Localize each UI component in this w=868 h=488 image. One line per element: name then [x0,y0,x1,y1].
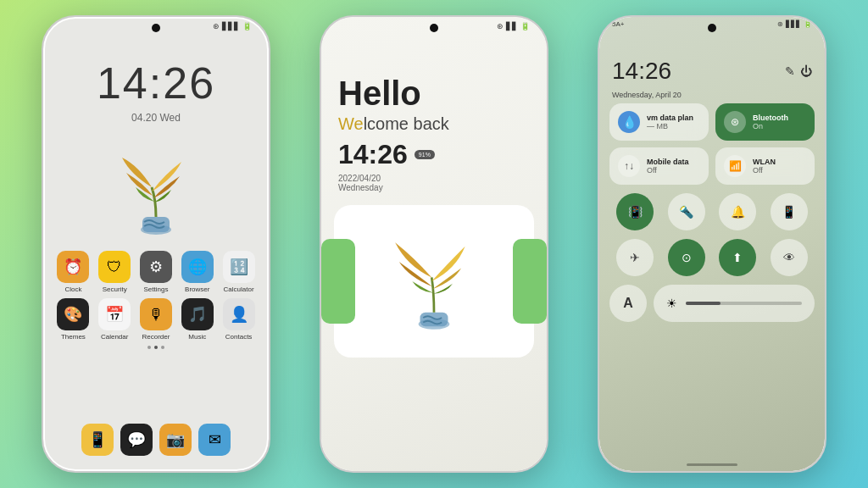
tile-mobile-data[interactable]: ↑↓ Mobile data Off [609,147,709,185]
tile-data-plan[interactable]: 💧 vm data plan — MB [609,103,709,141]
signal-icon: ▋▋▋ [222,22,240,30]
bluetooth-icon-2: ⊛ [497,22,504,30]
brightness-fill [686,302,721,305]
app-browser[interactable]: 🌐 Browser [180,251,214,293]
widget-day: Wednesday [321,183,547,192]
flashlight-button[interactable]: 🔦 [668,193,705,230]
mobile-data-icon: ↑↓ [618,155,640,177]
app-browser-label: Browser [185,286,209,293]
tile-wlan-label: WLAN [753,158,776,166]
tile-bluetooth-label: Bluetooth [753,114,788,122]
app-themes-label: Themes [61,333,86,341]
bluetooth-ctrl-icon: ⊛ [724,111,746,133]
widget-date: 2022/04/20 [321,174,547,183]
status-icons-2: ⊛ ▋▋ 🔋 [497,22,530,30]
dot3 [161,346,164,349]
location-button[interactable]: ⬆ [719,239,756,276]
hello-text: Hello [321,32,547,112]
app-clock-label: Clock [64,286,81,293]
ctrl-grid[interactable]: 💧 vm data plan — MB ⊛ Bluetooth On ↑↓ Mo… [599,99,825,189]
home-indicator[interactable] [687,463,737,466]
recorder-app-icon: 🎙 [148,306,164,324]
lock-clock: 14:26 [43,58,269,108]
dot2 [154,346,158,349]
time-row: 14:26 91% [321,136,547,174]
app-contacts[interactable]: 👤 Contacts [221,298,256,341]
welcome-we: We [338,114,364,133]
dot1 [147,346,151,349]
tile-data-label: vm data plan [647,114,693,122]
bottom-app2[interactable]: 💬 [120,424,153,456]
eye-button[interactable]: 👁 [771,239,808,276]
settings-app-icon: ⚙ [149,258,163,276]
camera-notch-2 [430,24,438,32]
tile-bluetooth[interactable]: ⊛ Bluetooth On [715,103,815,141]
app-recorder-label: Recorder [142,333,170,341]
tile-bluetooth-sub: On [753,122,788,130]
contacts-app-icon: 👤 [230,305,248,324]
ctrl-bottom: A ☀ [599,280,825,326]
bottom-bar: 📱 💬 📷 ✉ [43,417,269,463]
ctrl-top-row: 14:26 ✎ ⏻ [599,28,825,89]
tile-mobile-label: Mobile data [647,158,689,166]
app-settings[interactable]: ⚙ Settings [139,251,174,293]
screenshot-button[interactable]: 📱 [771,193,808,230]
battery-icon: 🔋 [242,22,252,30]
wlan-icon: 📶 [724,155,746,177]
app-recorder[interactable]: 🎙 Recorder [139,298,174,341]
camera-notch-3 [708,24,716,32]
tile-wlan-sub: Off [753,166,776,175]
ctrl-buttons-row2: ✈ ⊙ ⬆ 👁 [599,235,825,280]
vibrate-button[interactable]: 📳 [616,193,654,230]
calendar-app-icon: 📅 [105,305,124,324]
side-block-right [513,239,547,324]
tile-mobile-sub: Off [647,166,689,175]
welcome-text: Welcome back [321,112,547,136]
browser-app-icon: 🌐 [188,258,207,276]
app-calendar[interactable]: 📅 Calendar [97,298,132,341]
page-dots [43,346,269,349]
tile-data-sub: — MB [647,122,693,130]
brightness-track [686,302,802,305]
bluetooth-icon-3: ⊛ [777,20,783,28]
security-app-icon: 🛡 [107,258,122,276]
font-button[interactable]: A [609,285,647,322]
airplane-button[interactable]: ✈ [616,239,654,276]
clock-app-icon: ⏰ [64,258,82,276]
data-plan-icon: 💧 [618,111,640,133]
bottom-app3[interactable]: 📷 [159,424,192,456]
app-music-label: Music [188,333,206,341]
bottom-app4[interactable]: ✉ [198,424,231,456]
phone1: ⊛ ▋▋▋ 🔋 14:26 04.20 Wed [42,15,270,473]
ctrl-clock: 14:26 [612,58,671,85]
welcome-rest: lcome back [364,114,449,133]
tile-wlan[interactable]: 📶 WLAN Off [715,147,815,185]
app-security-label: Security [103,286,127,293]
app-settings-label: Settings [144,286,169,293]
plant-decoration [43,141,269,242]
app-contacts-label: Contacts [225,333,253,341]
app-music[interactable]: 🎵 Music [180,298,214,341]
brightness-icon: ☀ [666,297,677,310]
signal-icon-2: ▋▋ [506,22,518,30]
phone3: 5A+ ⊛ ▋▋▋ 🔋 14:26 ✎ ⏻ Wednesday, April 2… [598,15,826,473]
app-calculator[interactable]: 🔢 Calculator [221,251,256,293]
app-grid-row1: ⏰ Clock 🛡 Security ⚙ Settings 🌐 Browser … [43,251,269,293]
status-icons: ⊛ ▋▋▋ 🔋 [213,22,252,30]
lock-date: 04.20 Wed [43,112,269,124]
signal-icon-3: ▋▋▋ [786,20,801,28]
power-icon[interactable]: ⏻ [800,64,812,78]
brightness-slider[interactable]: ☀ [654,285,815,322]
battery-badge: 91% [415,150,435,159]
app-themes[interactable]: 🎨 Themes [56,298,91,341]
edit-icon[interactable]: ✎ [785,64,795,78]
app-clock[interactable]: ⏰ Clock [56,251,91,293]
app-security[interactable]: 🛡 Security [97,251,132,293]
bell-button[interactable]: 🔔 [719,193,756,230]
phone2: ⊛ ▋▋ 🔋 Hello Welcome back 14:26 91% 2022… [320,15,548,473]
app-calendar-label: Calendar [101,333,128,341]
coin-button[interactable]: ⊙ [668,239,705,276]
bottom-app1[interactable]: 📱 [81,424,114,456]
ctrl-date: Wednesday, April 20 [599,91,825,99]
widget-card [334,205,534,358]
